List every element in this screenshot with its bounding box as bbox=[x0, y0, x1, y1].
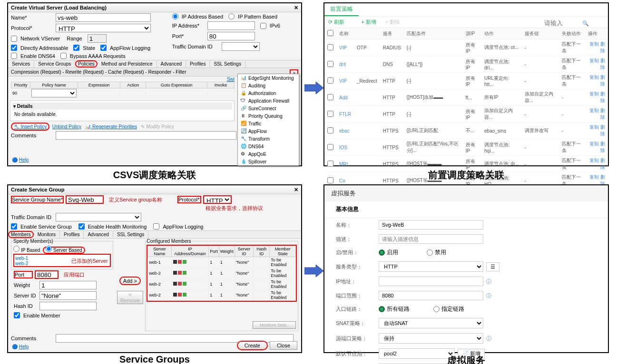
table-row[interactable]: IOSHTTPS{[URL正则匹配^/ios,不区分]...所有IP调度节点池:… bbox=[324, 139, 608, 156]
sgn-input[interactable] bbox=[66, 195, 104, 204]
create-button[interactable]: Create bbox=[237, 341, 268, 350]
info-icon[interactable]: ⓘ bbox=[486, 278, 491, 285]
ip-pattern-radio[interactable] bbox=[228, 13, 235, 19]
proto-select[interactable]: HTTP bbox=[203, 195, 232, 204]
tab-profiles[interactable]: Profiles bbox=[60, 231, 84, 238]
tab-ssl settings[interactable]: SSL Settings bbox=[113, 231, 148, 238]
dialog-title: Create Virtual Server (Load Balancing)✕ bbox=[8, 3, 301, 12]
da-checkbox[interactable] bbox=[11, 45, 17, 51]
port-input[interactable] bbox=[379, 291, 483, 300]
menu-item-appqoe[interactable]: ⚙AppQoE bbox=[238, 150, 299, 158]
menu-item-spillover[interactable]: 💧Spillover bbox=[238, 158, 299, 165]
table-row[interactable]: dritDNS{[ALL*]}所有IP调度节点池: dri...-匹配下一条复制… bbox=[324, 56, 608, 73]
add-member-button[interactable]: Add > bbox=[119, 277, 141, 285]
search-icon[interactable]: 🔍 bbox=[582, 20, 589, 26]
insert-policy-link[interactable]: 🔧 Insert Policy bbox=[11, 123, 49, 131]
table-row[interactable]: VIP_RedirectHTTP{-}所有IPURL重定向: htt...-匹配… bbox=[324, 73, 608, 89]
unbind-policy-link[interactable]: Unbind Policy bbox=[52, 124, 81, 129]
menu-item-traffic[interactable]: 📶Traffic bbox=[238, 120, 299, 127]
weight-input[interactable] bbox=[39, 281, 97, 289]
refresh-button[interactable]: ⟳ 刷新 bbox=[328, 19, 352, 25]
monitors-details-button: Monitors Deta.. bbox=[253, 321, 296, 329]
afl-checkbox[interactable] bbox=[153, 223, 159, 230]
state-checkbox[interactable] bbox=[73, 45, 79, 51]
close-icon[interactable]: ✕ bbox=[294, 187, 298, 193]
name-input[interactable] bbox=[379, 220, 483, 230]
help-link[interactable]: 🔵 Help bbox=[12, 157, 29, 163]
member-row[interactable]: web-211"None"To be Enabled bbox=[148, 290, 296, 301]
table-row[interactable]: FTLRHTTP{-}所有IP添加自定义内容...--复制 删除 bbox=[324, 106, 608, 123]
menu-item-appflow[interactable]: 🔄AppFlow bbox=[238, 127, 299, 135]
traffic-domain-select[interactable] bbox=[222, 42, 260, 51]
menu-item-transform[interactable]: 🔧Transform bbox=[238, 135, 299, 143]
menu-item-edgesight-monitoring[interactable]: 📊EdgeSight Monitoring bbox=[238, 74, 299, 82]
desc-input[interactable] bbox=[379, 234, 483, 244]
enable-member-checkbox[interactable] bbox=[14, 312, 20, 318]
help-link[interactable]: 🔵 Help bbox=[12, 344, 29, 349]
tab-advanced[interactable]: Advanced bbox=[157, 60, 186, 67]
service-type-select[interactable]: HTTP bbox=[379, 261, 483, 272]
port-input[interactable] bbox=[35, 270, 59, 279]
member-row[interactable]: web-111"None"To be Enabled bbox=[148, 257, 296, 268]
tab-ssl-settings[interactable]: SSL Settings bbox=[210, 60, 245, 67]
name-input[interactable] bbox=[56, 13, 151, 22]
form-title: 虚拟服务 bbox=[324, 185, 608, 201]
hashid-input[interactable] bbox=[39, 302, 97, 310]
ip-based-radio[interactable] bbox=[13, 246, 20, 252]
ipaddr-input[interactable] bbox=[207, 21, 255, 30]
td-select[interactable] bbox=[56, 213, 141, 221]
ehm-checkbox[interactable] bbox=[78, 223, 85, 230]
menu-item-application-firewall[interactable]: 🛡Application Firewall bbox=[238, 97, 299, 105]
dns64-checkbox[interactable] bbox=[11, 53, 17, 59]
esg-checkbox[interactable] bbox=[11, 223, 17, 230]
tab-profiles[interactable]: Profiles bbox=[186, 60, 210, 67]
ip-based-radio[interactable] bbox=[172, 13, 178, 19]
menu-item-sureconnect[interactable]: 🔗SureConnect bbox=[238, 105, 299, 112]
traffic-domain-label: Traffic Domain ID bbox=[172, 44, 220, 49]
info-icon[interactable]: ⓘ bbox=[486, 292, 491, 299]
enable-radio[interactable] bbox=[379, 249, 385, 256]
menu-item-priority-queuing[interactable]: ⏸Priority Queuing bbox=[238, 112, 299, 120]
protocol-select[interactable]: HTTP bbox=[56, 24, 151, 32]
tab-front-policy[interactable]: 前置策略 bbox=[324, 3, 359, 16]
network-vserver-checkbox[interactable] bbox=[11, 36, 17, 42]
disable-radio[interactable] bbox=[427, 249, 433, 256]
member-row[interactable]: web-211"None"To be Enabled bbox=[148, 268, 296, 279]
tab-method-and-persistence[interactable]: Method and Persistence bbox=[98, 60, 157, 67]
member-row[interactable]: web-211"None"To be Enabled bbox=[148, 279, 296, 290]
spec-link-radio[interactable] bbox=[433, 306, 440, 312]
all-link-radio[interactable] bbox=[379, 306, 385, 312]
menu-item-auditing[interactable]: 📋Auditing bbox=[238, 82, 299, 89]
create-virtual-server-dialog: Create Virtual Server (Load Balancing)✕ … bbox=[7, 2, 302, 166]
search-input[interactable] bbox=[543, 19, 581, 27]
close-button[interactable]: Close bbox=[270, 341, 297, 350]
sport-select[interactable]: 保持 bbox=[379, 333, 483, 344]
bypass-checkbox[interactable] bbox=[60, 53, 67, 59]
tab-service-groups[interactable]: Service Groups bbox=[34, 60, 75, 67]
comments-input[interactable] bbox=[56, 131, 236, 140]
tab-members[interactable]: Members bbox=[8, 231, 34, 238]
regenerate-link[interactable]: 📊 Regenerate Priorities bbox=[85, 124, 137, 129]
tab-policies[interactable]: Policies bbox=[75, 60, 97, 67]
menu-item-authorization[interactable]: 🔒Authorization bbox=[238, 89, 299, 97]
tab-monitors[interactable]: Monitors bbox=[34, 231, 60, 238]
list-icon[interactable]: ☰ bbox=[486, 262, 499, 271]
info-icon[interactable]: ⓘ bbox=[486, 335, 491, 342]
appflow-checkbox[interactable] bbox=[100, 45, 107, 51]
table-row[interactable]: AddHTTP{[HOST]添加▬▬ft...所有IP添加自定义内容...-复制… bbox=[324, 89, 608, 106]
tab-services[interactable]: Services bbox=[8, 60, 34, 67]
menu-item-dns64[interactable]: 🌐DNS64 bbox=[238, 143, 299, 150]
ipv6-checkbox[interactable] bbox=[260, 23, 266, 29]
policy-name-select[interactable] bbox=[31, 89, 77, 97]
add-button[interactable]: + 新增 bbox=[361, 19, 376, 25]
serverid-input[interactable] bbox=[39, 291, 97, 300]
snat-select[interactable]: 自动SNAT bbox=[379, 318, 483, 328]
server-based-radio[interactable] bbox=[46, 246, 52, 252]
ip-input[interactable] bbox=[379, 277, 483, 286]
close-icon[interactable]: ✕ bbox=[294, 5, 298, 11]
port-input[interactable] bbox=[207, 32, 255, 40]
tab-advanced[interactable]: Advanced bbox=[84, 231, 113, 238]
select-all-checkbox[interactable] bbox=[327, 30, 333, 36]
table-row[interactable]: VIPOTPRADIUS{-}所有IP调度节点池: ot...-匹配下一条复制 … bbox=[324, 39, 608, 56]
table-row[interactable]: ebacHTTPS{[URL正则匹配不...ebao_sms调度并改写-复制 删… bbox=[324, 123, 608, 139]
